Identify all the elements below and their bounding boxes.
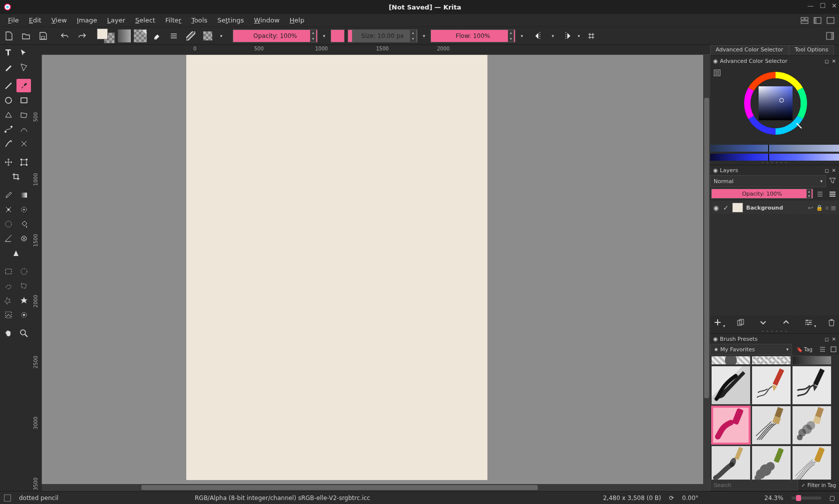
eraser-mode-icon[interactable] (150, 29, 164, 43)
blend-mode-select[interactable]: Normal▾ (710, 175, 826, 187)
color-wheel[interactable] (743, 71, 808, 136)
mirror-h-dropdown[interactable]: ▾ (549, 29, 556, 42)
size-dropdown[interactable]: ▾ (420, 29, 427, 42)
preset-eraser-checker[interactable] (711, 356, 751, 365)
tool-move[interactable] (1, 155, 15, 169)
lock-docker-icon[interactable]: ◉ (713, 336, 718, 342)
tool-freehand-path[interactable] (16, 122, 31, 136)
workspace-icon2[interactable] (812, 15, 823, 26)
fullscreen-icon[interactable]: ▢ (830, 495, 835, 502)
new-file-icon[interactable] (2, 29, 16, 43)
brush-preset-swatch[interactable] (331, 29, 345, 42)
layer-actions-icon[interactable]: ↩ (808, 204, 813, 212)
docker-resize-handle[interactable]: • • • • • • (710, 161, 839, 165)
menu-file[interactable]: File (3, 15, 24, 25)
workspace-chooser-icon[interactable] (799, 15, 810, 26)
shade-bar-2[interactable] (710, 154, 839, 161)
open-file-icon[interactable] (19, 29, 33, 43)
mirror-v-icon[interactable] (559, 29, 572, 42)
preset-green-brush[interactable] (752, 446, 791, 480)
tool-assistants[interactable] (1, 232, 15, 245)
tool-reference[interactable] (8, 246, 23, 259)
opacity-slider[interactable]: Opacity: 100% ▴▾ (233, 29, 318, 42)
workspace-icon3[interactable] (825, 15, 836, 26)
tool-freehand-brush[interactable] (16, 79, 31, 92)
tool-line[interactable] (1, 79, 15, 92)
shade-bar-1[interactable] (710, 145, 839, 152)
tool-polygon[interactable] (16, 108, 31, 121)
lock-docker-icon[interactable]: ◉ (713, 58, 718, 64)
duplicate-layer-icon[interactable] (735, 317, 746, 327)
pattern-swatch[interactable] (134, 29, 147, 42)
mirror-v-dropdown[interactable]: ▾ (575, 29, 582, 42)
preset-view-list-icon[interactable] (817, 344, 828, 355)
alpha-lock-icon[interactable]: α (825, 205, 829, 211)
flow-slider[interactable]: Flow: 100% ▴▾ (430, 29, 515, 42)
close-docker-icon[interactable]: ✕ (832, 168, 836, 173)
tool-dynamic-brush[interactable] (1, 137, 15, 150)
preset-grid[interactable] (710, 355, 839, 480)
tool-measure[interactable] (16, 232, 31, 245)
alpha-dropdown[interactable]: ▾ (218, 29, 225, 42)
tool-text[interactable]: T (1, 46, 15, 59)
tool-transform[interactable] (16, 155, 31, 169)
vertical-ruler[interactable]: 500100015002000250030003500 (32, 55, 42, 484)
tool-select-contiguous[interactable] (1, 293, 15, 307)
menu-view[interactable]: View (46, 15, 72, 25)
tool-rectangle[interactable] (16, 93, 31, 107)
close-docker-icon[interactable]: ✕ (832, 58, 836, 64)
alpha-preserve-icon[interactable] (184, 29, 198, 43)
rotation-icon[interactable]: ⟳ (669, 495, 674, 502)
visibility-icon[interactable]: ◉ (713, 204, 720, 212)
status-zoom[interactable]: 24.3% (765, 495, 784, 502)
preset-eraser-soft[interactable] (792, 356, 832, 365)
tool-bezier[interactable] (1, 122, 15, 136)
tool-select-magnetic[interactable] (16, 308, 31, 321)
tool-color-picker[interactable] (1, 188, 15, 202)
fg-bg-swatch[interactable] (97, 28, 115, 43)
vertical-scrollbar[interactable] (703, 55, 710, 484)
move-layer-down-icon[interactable] (758, 317, 769, 327)
preset-pencil[interactable] (752, 366, 791, 405)
lock-icon[interactable]: 🔒 (816, 205, 823, 211)
layer-thumbnail[interactable] (732, 203, 743, 213)
preset-eraser-dots[interactable] (752, 356, 791, 365)
tab-color-selector[interactable]: Advanced Color Selector (710, 45, 789, 55)
menu-help[interactable]: Help (285, 15, 310, 25)
add-layer-icon[interactable]: ▾ (712, 317, 723, 327)
selection-indicator-icon[interactable] (4, 495, 11, 502)
preset-gold-brush[interactable] (792, 446, 832, 480)
tool-pattern-edit[interactable] (1, 203, 15, 216)
tool-select-bezier[interactable] (1, 308, 15, 321)
maximize-icon[interactable]: ☐ (820, 2, 826, 9)
opacity-dropdown[interactable]: ▾ (321, 29, 328, 42)
tool-gradient[interactable] (16, 188, 31, 202)
preset-bristle-1[interactable] (752, 406, 791, 445)
preset-red-marker[interactable] (711, 406, 751, 445)
tool-polyline[interactable] (1, 108, 15, 121)
tab-tool-options[interactable]: Tool Options (789, 45, 834, 55)
inherit-alpha-icon[interactable]: ▦ (831, 205, 836, 211)
menu-select[interactable]: Select (130, 15, 160, 25)
layer-thumbnail-mode-icon[interactable] (827, 189, 838, 200)
tool-select-rect[interactable] (1, 264, 15, 278)
close-docker-icon[interactable]: ✕ (832, 336, 836, 342)
preset-round-brush[interactable] (711, 446, 751, 480)
preset-pen[interactable] (711, 366, 751, 405)
move-layer-up-icon[interactable] (781, 317, 792, 327)
tool-select-similar[interactable] (16, 293, 31, 307)
menu-layer[interactable]: Layer (102, 15, 130, 25)
layer-opacity-slider[interactable]: Opacity: 100% ▴▾ (711, 189, 813, 199)
close-icon[interactable]: ✕ (832, 2, 837, 9)
tool-pan[interactable] (1, 326, 15, 340)
minimize-icon[interactable]: — (807, 2, 814, 9)
horizontal-scrollbar[interactable] (42, 484, 703, 491)
color-selector-menu-icon[interactable] (712, 68, 722, 78)
tool-shape-select[interactable] (16, 46, 31, 59)
preset-tag-select[interactable]: ★ My Favorites▾ (710, 344, 792, 355)
float-docker-icon[interactable]: ◻ (825, 58, 829, 64)
tool-calligraphy[interactable] (16, 60, 31, 74)
gradient-swatch[interactable] (118, 29, 131, 42)
canvas-viewport[interactable] (42, 55, 703, 484)
menu-settings[interactable]: Settings (212, 15, 249, 25)
